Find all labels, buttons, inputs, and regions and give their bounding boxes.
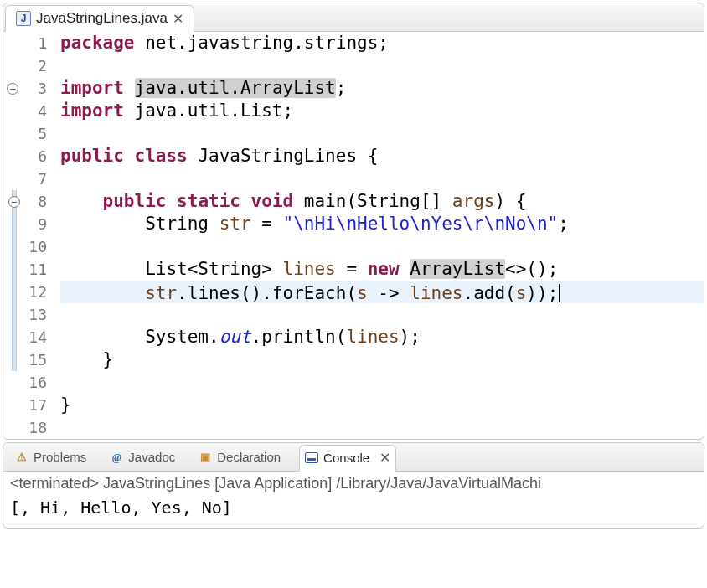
code-line[interactable]: import java.util.List; [60, 100, 704, 122]
line-number: 5 [22, 122, 52, 145]
code-editor[interactable]: −− 123456789101112131415161718 package n… [3, 32, 704, 439]
gutter-marker-row [3, 54, 22, 77]
line-number: 8 [22, 190, 52, 213]
gutter-line-numbers: 123456789101112131415161718 [22, 32, 52, 439]
tab-problems-label: Problems [34, 450, 86, 464]
line-number: 14 [22, 326, 52, 348]
line-number: 3 [22, 77, 52, 100]
console-icon [305, 452, 318, 463]
editor-pane: J JavaStringLines.java ✕ −− 123456789101… [3, 3, 704, 440]
fold-toggle-icon[interactable]: − [8, 196, 20, 208]
console-output-line: [, Hi, Hello, Yes, No] [10, 498, 697, 518]
line-number: 17 [22, 394, 52, 416]
editor-tab-filename: JavaStringLines.java [36, 10, 168, 27]
code-line[interactable] [60, 122, 704, 145]
line-number: 12 [22, 281, 52, 303]
gutter-marker-row [3, 281, 22, 303]
gutter-marker-row [3, 303, 22, 326]
line-number: 6 [22, 145, 52, 168]
gutter-marker-row [3, 100, 22, 122]
tab-console-label: Console [323, 451, 369, 465]
line-number: 15 [22, 348, 52, 371]
code-line[interactable]: import java.util.ArrayList; [60, 77, 704, 100]
line-number: 10 [22, 235, 52, 258]
gutter-marker-row [3, 213, 22, 235]
line-number: 2 [22, 54, 52, 77]
gutter-marker-row [3, 122, 22, 145]
code-line[interactable] [60, 54, 704, 77]
gutter-marker-row [3, 145, 22, 168]
code-line[interactable]: } [60, 348, 704, 371]
text-caret [559, 284, 560, 302]
method-block-marker [12, 235, 17, 258]
gutter-marker-row [3, 168, 22, 190]
editor-tab-active[interactable]: J JavaStringLines.java ✕ [5, 5, 194, 32]
tab-declaration-label: Declaration [217, 450, 281, 464]
code-line[interactable] [60, 168, 704, 190]
code-line[interactable]: String str = "\nHi\nHello\nYes\r\nNo\n"; [60, 213, 704, 235]
code-line[interactable]: public static void main(String[] args) { [60, 190, 704, 213]
line-number: 4 [22, 100, 52, 122]
tab-console[interactable]: Console ✕ [299, 445, 396, 472]
code-line[interactable] [60, 416, 704, 439]
gutter-marker-row [3, 394, 22, 416]
gutter-marker-row [3, 348, 22, 371]
tab-javadoc[interactable]: @ Javadoc [105, 446, 180, 467]
code-area[interactable]: package net.javastring.strings;import ja… [52, 32, 704, 439]
close-tab-icon[interactable]: ✕ [173, 11, 183, 27]
method-block-marker [12, 303, 17, 326]
code-line[interactable]: public class JavaStringLines { [60, 145, 704, 168]
method-block-marker [12, 348, 17, 371]
line-number: 1 [22, 32, 52, 54]
tab-javadoc-label: Javadoc [128, 450, 175, 464]
console-body: <terminated> JavaStringLines [Java Appli… [3, 472, 704, 528]
gutter-fold-markers: −− [3, 32, 22, 439]
problems-icon: ⚠ [15, 451, 28, 464]
code-line[interactable]: str.lines().forEach(s -> lines.add(s)); [60, 281, 704, 303]
gutter-marker-row [3, 416, 22, 439]
declaration-icon: ▣ [199, 451, 212, 464]
java-file-icon: J [16, 11, 31, 26]
code-line[interactable]: package net.javastring.strings; [60, 32, 704, 54]
console-status-line: <terminated> JavaStringLines [Java Appli… [10, 475, 697, 493]
code-line[interactable]: } [60, 394, 704, 416]
line-number: 18 [22, 416, 52, 439]
gutter-marker-row [3, 371, 22, 394]
code-line[interactable] [60, 371, 704, 394]
line-number: 9 [22, 213, 52, 235]
method-block-marker [12, 326, 17, 348]
gutter-marker-row [3, 235, 22, 258]
bottom-pane: ⚠ Problems @ Javadoc ▣ Declaration Conso… [3, 442, 704, 529]
method-block-marker [12, 213, 17, 235]
code-line[interactable]: List<String> lines = new ArrayList<>(); [60, 258, 704, 281]
method-block-marker [12, 281, 17, 303]
method-block-marker [12, 258, 17, 281]
gutter-marker-row: − [3, 190, 22, 213]
code-line[interactable] [60, 303, 704, 326]
javadoc-icon: @ [110, 451, 123, 464]
fold-toggle-icon[interactable]: − [7, 83, 18, 95]
line-number: 16 [22, 371, 52, 394]
close-view-icon[interactable]: ✕ [379, 450, 390, 466]
code-line[interactable] [60, 235, 704, 258]
line-number: 7 [22, 168, 52, 190]
gutter-marker-row [3, 326, 22, 348]
gutter-marker-row [3, 258, 22, 281]
gutter-marker-row [3, 32, 22, 54]
bottom-tab-bar: ⚠ Problems @ Javadoc ▣ Declaration Conso… [3, 443, 704, 472]
code-line[interactable]: System.out.println(lines); [60, 326, 704, 348]
tab-declaration[interactable]: ▣ Declaration [194, 446, 286, 467]
gutter-marker-row: − [3, 77, 22, 100]
tab-problems[interactable]: ⚠ Problems [10, 446, 91, 467]
editor-tab-bar: J JavaStringLines.java ✕ [3, 3, 704, 32]
line-number: 13 [22, 303, 52, 326]
line-number: 11 [22, 258, 52, 281]
